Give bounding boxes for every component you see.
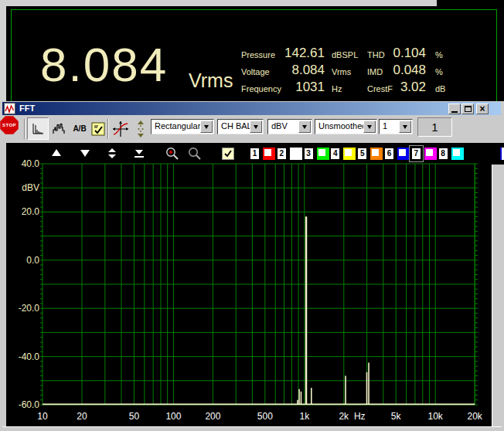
octave-smoothing-select[interactable]: Unsmoothed — [315, 119, 377, 134]
dropdown-value: CH BAL — [221, 121, 252, 131]
smoothing-window-select[interactable]: Rectangular — [151, 119, 214, 134]
toolbar-separator — [107, 119, 109, 139]
step-curve-icon — [53, 122, 67, 135]
dropdown-arrow-button[interactable] — [363, 120, 376, 133]
marker-up-icon[interactable] — [51, 148, 62, 158]
readout-value: 0.104 — [382, 46, 426, 60]
channel-5-color-swatch[interactable] — [370, 148, 383, 160]
channel-select[interactable]: CH BAL — [217, 119, 264, 134]
x-axis-label: 10k — [428, 411, 444, 422]
display-checkbox[interactable] — [222, 148, 234, 160]
x-axis-label: 5k — [391, 411, 402, 422]
readout-label: Voltage — [241, 65, 270, 79]
readout-label: IMD — [367, 65, 383, 79]
readout-value: 8.084 — [272, 63, 325, 77]
channel-7-color-swatch[interactable] — [424, 148, 437, 160]
plot-right-edge — [492, 165, 492, 426]
x-axis-label: 200 — [205, 411, 220, 422]
options-checklist-button[interactable] — [88, 117, 107, 140]
marker-down-icon[interactable] — [80, 148, 90, 158]
dropdown-arrow-button[interactable] — [200, 120, 213, 133]
readout-label: Pressure — [241, 48, 275, 62]
autoscale-tool[interactable] — [132, 118, 149, 140]
toolbar-separator — [24, 119, 26, 139]
plot-client-area: 40.020.00.0-20.0-40.0-60.0dBV10205010020… — [0, 143, 504, 431]
expand-vertical-dashed-icon — [134, 120, 148, 138]
marker-bar: 12345678 — [0, 143, 504, 165]
readout-unit: dB — [435, 82, 445, 96]
channel-9-swatch-clipped[interactable] — [500, 148, 504, 160]
close-button[interactable]: × — [476, 104, 489, 114]
main-level-unit: Vrms — [189, 70, 233, 92]
dropdown-value: Unsmoothed — [318, 121, 366, 131]
transfer-function-tool[interactable] — [110, 118, 131, 140]
axes-red-curve-icon — [111, 119, 131, 139]
dropdown-arrow-button[interactable] — [250, 120, 262, 133]
dropdown-value: dBV — [271, 121, 288, 131]
y-axis-label: 0.0 — [26, 255, 39, 266]
expand-markers-icon[interactable] — [107, 148, 117, 158]
chevron-down-icon — [302, 125, 307, 131]
app-icon — [4, 103, 15, 114]
channel-2-button[interactable]: 2 — [277, 148, 287, 160]
channel-2-color-swatch[interactable] — [290, 148, 302, 160]
channel-1-button[interactable]: 1 — [250, 148, 260, 160]
readout-value: 1031 — [272, 80, 325, 94]
channel-1-color-swatch[interactable] — [263, 148, 275, 160]
x-axis-label: 100 — [165, 411, 181, 422]
toolbar: STOP A/B — [0, 116, 504, 142]
spectrum-bars-icon — [31, 122, 45, 136]
x-axis-label: 2k — [339, 411, 349, 422]
readout-value: 3.02 — [382, 80, 426, 94]
channel-4-button[interactable]: 4 — [330, 148, 340, 160]
chevron-down-icon — [403, 125, 407, 131]
compress-markers-icon[interactable] — [134, 148, 145, 158]
fft-window: FFT × STOP A/B — [0, 101, 504, 431]
dropdown-arrow-button[interactable] — [399, 120, 411, 133]
channel-3-color-swatch[interactable] — [317, 148, 329, 160]
y-axis-unit-label: dBV — [22, 182, 39, 193]
readout-unit: % — [435, 65, 443, 79]
readout-unit: dBSPL — [332, 48, 358, 62]
channel-8-color-swatch[interactable] — [451, 148, 464, 160]
zoom-out-icon[interactable] — [188, 147, 203, 161]
channel-8-button[interactable]: 8 — [438, 148, 448, 160]
x-axis-label: 1k — [299, 411, 310, 422]
window-titlebar[interactable]: FFT × — [2, 102, 501, 115]
screen: 8.084 Vrms Pressure142.61dBSPLVoltage8.0… — [0, 0, 504, 431]
x-axis-label: 50 — [129, 411, 140, 422]
close-icon: × — [479, 105, 485, 113]
zoom-in-icon[interactable] — [165, 147, 180, 161]
dropdown-arrow-button[interactable] — [298, 120, 311, 133]
channel-6-color-swatch[interactable] — [397, 148, 410, 160]
stop-button[interactable]: STOP — [0, 116, 19, 134]
plot-bottom-edge — [2, 426, 502, 427]
channel-4-color-swatch[interactable] — [343, 148, 356, 160]
spectrum-view-button[interactable] — [27, 117, 49, 140]
time-series-view-button[interactable] — [49, 117, 70, 140]
readout-value: 142.61 — [272, 46, 325, 60]
amplitude-units-select[interactable]: dBV — [267, 119, 312, 134]
readout-unit: % — [435, 48, 443, 62]
channel-5-button[interactable]: 5 — [357, 148, 367, 160]
channel-6-button[interactable]: 6 — [384, 148, 394, 160]
axis-labels: 40.020.00.0-20.0-40.0-60.0dBV10205010020… — [19, 158, 483, 422]
ab-compare-button[interactable]: A/B — [71, 117, 88, 140]
x-axis-label: 500 — [257, 411, 273, 422]
maximize-button[interactable] — [461, 104, 474, 114]
averages-select[interactable]: 1 — [379, 119, 413, 134]
channel-3-button[interactable]: 3 — [304, 148, 314, 160]
fft-plot[interactable]: 40.020.00.0-20.0-40.0-60.0dBV10205010020… — [0, 143, 504, 427]
panel-edge — [0, 0, 437, 6]
channel-7-button[interactable]: 7 — [411, 148, 421, 160]
y-axis-label: -40.0 — [19, 351, 40, 362]
x-axis-label: 20k — [468, 411, 483, 422]
dropdown-value: Rectangular — [155, 121, 200, 131]
x-axis-label: Hz — [354, 411, 366, 422]
chevron-down-icon — [367, 125, 372, 131]
main-level-value: 8.084 — [40, 40, 168, 90]
y-axis-label: -20.0 — [19, 303, 40, 314]
minimize-button[interactable] — [448, 104, 461, 114]
fft-trace — [43, 216, 475, 404]
checkmark-icon — [223, 148, 233, 159]
